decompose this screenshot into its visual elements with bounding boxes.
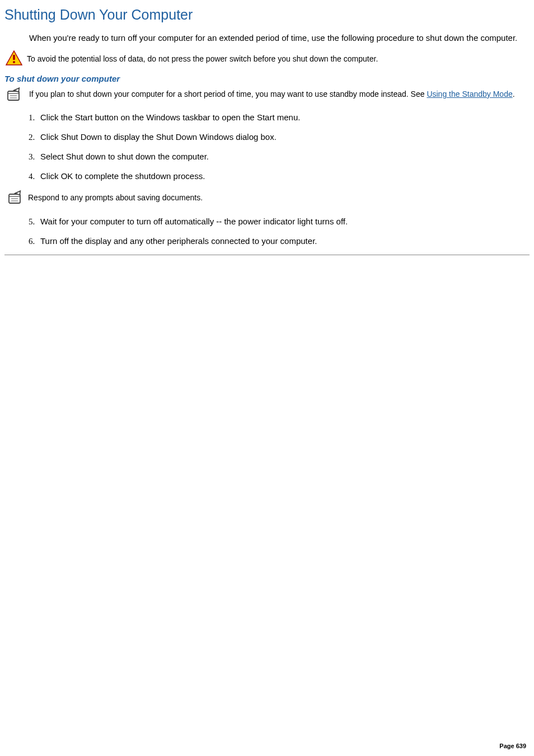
svg-rect-1 — [13, 55, 15, 60]
steps-list-a: Click the Start button on the Windows ta… — [37, 111, 530, 182]
save-prompts-text: Respond to any prompts about saving docu… — [28, 193, 203, 202]
step-item: Select Shut down to shut down the comput… — [37, 151, 530, 162]
svg-point-2 — [13, 61, 15, 63]
save-prompts-note: Respond to any prompts about saving docu… — [4, 190, 530, 205]
standby-note-text-1: If you plan to shut down your computer f… — [27, 90, 427, 98]
intro-paragraph: When you're ready to turn off your compu… — [29, 32, 530, 44]
warning-callout: To avoid the potential loss of data, do … — [4, 50, 530, 66]
step-item: Turn off the display and any other perip… — [37, 235, 530, 247]
procedure-subheading: To shut down your computer — [4, 74, 530, 83]
warning-icon — [4, 50, 27, 66]
warning-text: To avoid the potential loss of data, do … — [27, 50, 378, 65]
step-item: Wait for your computer to turn off autom… — [37, 215, 530, 227]
step-item: Click the Start button on the Windows ta… — [37, 111, 530, 123]
page-number: Page 639 — [499, 743, 526, 749]
section-divider — [4, 255, 530, 255]
note-icon — [4, 190, 28, 205]
page-title: Shutting Down Your Computer — [4, 7, 530, 23]
standby-mode-link[interactable]: Using the Standby Mode — [427, 90, 512, 98]
step-item: Click OK to complete the shutdown proces… — [37, 170, 530, 182]
step-item: Click Shut Down to display the Shut Down… — [37, 131, 530, 143]
standby-note: If you plan to shut down your computer f… — [4, 87, 530, 102]
steps-list-b: Wait for your computer to turn off autom… — [37, 215, 530, 247]
note-icon — [4, 87, 24, 102]
standby-note-text-2: . — [513, 90, 515, 98]
